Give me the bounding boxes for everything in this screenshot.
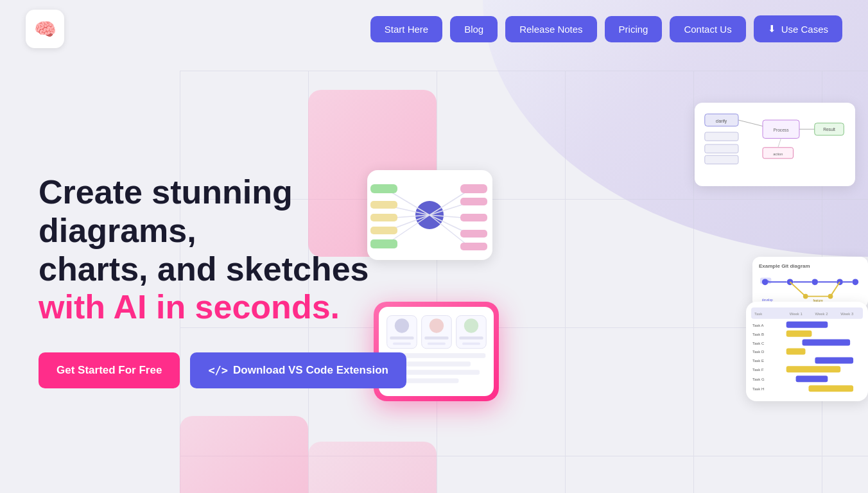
svg-text:main: main — [762, 280, 769, 283]
svg-rect-75 — [786, 322, 828, 328]
svg-line-13 — [778, 139, 781, 148]
svg-text:Result: Result — [823, 127, 835, 132]
svg-rect-3 — [705, 144, 738, 153]
svg-text:Week 2: Week 2 — [815, 312, 828, 316]
svg-text:Task F: Task F — [752, 368, 764, 372]
svg-point-62 — [464, 318, 478, 333]
nav-contact-us[interactable]: Contact Us — [670, 16, 745, 42]
svg-rect-32 — [460, 230, 487, 238]
svg-line-5 — [738, 120, 763, 126]
git-diagram-label: Example Git diagram — [759, 263, 862, 269]
get-started-button[interactable]: Get Started For Free — [39, 352, 180, 388]
svg-point-49 — [803, 294, 808, 299]
gantt-svg: Task Week 1 Week 2 Week 3 Task A Task B … — [751, 307, 863, 396]
svg-rect-34 — [460, 243, 487, 250]
svg-rect-85 — [786, 366, 841, 372]
svg-line-46 — [790, 282, 805, 296]
svg-rect-77 — [786, 331, 812, 337]
hero-section: Create stunning diagrams, charts, and sk… — [39, 58, 449, 388]
svg-rect-4 — [705, 155, 738, 164]
svg-rect-2 — [705, 132, 738, 141]
svg-rect-28 — [460, 198, 487, 205]
svg-rect-89 — [808, 385, 853, 392]
download-vscode-button[interactable]: </> Download VS Code Extension — [190, 352, 406, 388]
svg-text:Task: Task — [754, 312, 762, 316]
svg-text:Week 1: Week 1 — [790, 312, 803, 316]
svg-text:Task D: Task D — [752, 350, 765, 354]
svg-text:action: action — [773, 152, 783, 156]
code-icon: </> — [208, 364, 228, 377]
nav-release-notes[interactable]: Release Notes — [505, 16, 596, 42]
svg-text:Task E: Task E — [752, 359, 764, 363]
svg-text:Task G: Task G — [752, 377, 765, 381]
screenshot-gantt: Task Week 1 Week 2 Week 3 Task A Task B … — [746, 302, 868, 401]
screenshot-top: clarify Process Result action — [695, 103, 855, 186]
svg-point-37 — [812, 279, 818, 285]
svg-text:Task B: Task B — [752, 333, 764, 336]
nav-use-cases[interactable]: ⬇ Use Cases — [754, 15, 842, 42]
svg-text:Task C: Task C — [752, 342, 765, 345]
svg-rect-81 — [786, 349, 806, 355]
svg-rect-83 — [815, 357, 853, 363]
svg-rect-79 — [803, 340, 851, 346]
logo-icon: 🧠 — [34, 19, 56, 40]
svg-line-48 — [831, 282, 840, 296]
svg-point-50 — [828, 294, 833, 299]
logo[interactable]: 🧠 — [26, 10, 64, 48]
top-diagram-svg: clarify Process Result action — [700, 108, 850, 181]
svg-rect-87 — [796, 376, 828, 382]
svg-text:Task H: Task H — [752, 387, 764, 391]
nav-links: Start Here Blog Release Notes Pricing Co… — [370, 15, 842, 42]
download-icon: ⬇ — [768, 23, 776, 35]
hero-title: Create stunning diagrams, charts, and sk… — [39, 173, 449, 327]
svg-text:Week 3: Week 3 — [840, 312, 854, 316]
svg-text:clarify: clarify — [716, 119, 727, 124]
screenshots-area: clarify Process Result action — [380, 71, 868, 481]
hero-buttons: Get Started For Free </> Download VS Cod… — [39, 352, 449, 388]
nav-blog[interactable]: Blog — [450, 16, 498, 42]
git-svg: main feature develop — [759, 272, 862, 304]
navbar: 🧠 Start Here Blog Release Notes Pricing … — [0, 0, 868, 58]
svg-rect-26 — [460, 184, 487, 193]
pink-blob-2 — [180, 416, 308, 493]
svg-rect-63 — [459, 336, 483, 340]
nav-pricing[interactable]: Pricing — [605, 16, 663, 42]
nav-start-here[interactable]: Start Here — [370, 16, 442, 42]
svg-point-39 — [852, 279, 858, 285]
svg-text:Process: Process — [774, 128, 790, 132]
svg-rect-64 — [462, 343, 480, 345]
svg-text:Task A: Task A — [752, 324, 764, 327]
screenshot-git: Example Git diagram main feature develop — [752, 257, 868, 308]
svg-rect-30 — [460, 214, 487, 221]
